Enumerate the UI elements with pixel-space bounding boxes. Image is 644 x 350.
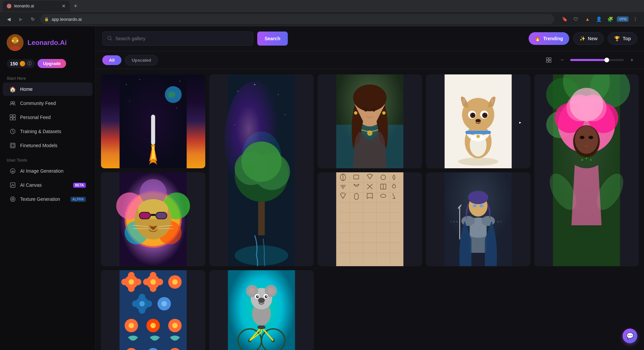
top-filter-btn[interactable]: 🏆 Top <box>608 32 637 45</box>
overlay-edit-btn-7[interactable]: ✏ <box>334 176 345 186</box>
search-button[interactable]: Search <box>257 32 288 46</box>
overlay-edit-btn-9[interactable]: ✏ <box>118 274 128 284</box>
logo-text: Leonardo.Ai <box>28 39 67 46</box>
overlay-edit-btn-6[interactable]: ✏ <box>118 176 128 186</box>
new-label: New <box>588 36 598 41</box>
overlay-grid-btn-5[interactable]: ⊞ <box>538 78 548 89</box>
shield-btn[interactable]: 🛡 <box>571 14 581 24</box>
trending-filter-btn[interactable]: 🔥 Trending <box>529 32 569 45</box>
overlay-grid-btn-1[interactable]: ⊞ <box>104 78 115 89</box>
svg-rect-11 <box>10 143 15 148</box>
sidebar-item-ai-canvas-label: AI Canvas <box>20 182 42 188</box>
sidebar-item-community-label: Community Feed <box>20 101 56 106</box>
sidebar-item-texture-gen[interactable]: Texture Generation ALPHA <box>3 192 93 206</box>
profile-btn[interactable]: 👤 <box>594 14 603 24</box>
overlay-expand-btn-6[interactable]: ⛶ <box>131 176 142 186</box>
overlay-expand-btn-2[interactable]: ⛶ <box>239 78 250 89</box>
active-tab[interactable]: leonardo.ai ✕ <box>3 1 70 11</box>
sidebar-item-personal-feed[interactable]: Personal Feed <box>3 111 93 124</box>
grid-view-btn[interactable] <box>543 55 554 65</box>
svg-point-18 <box>12 199 13 199</box>
overlay-expand-btn-4[interactable]: ⛶ <box>456 78 467 89</box>
size-decrease-btn[interactable]: − <box>557 55 568 65</box>
overlay-grid-btn-10[interactable]: ⊞ <box>213 274 223 284</box>
overlay-expand-btn-3[interactable]: ⛶ <box>348 78 359 89</box>
gallery-item-7[interactable]: ⊞ ✏ ⛶ <box>318 172 422 266</box>
overlay-grid-btn-7[interactable]: ⊞ <box>321 176 332 186</box>
tab-all-btn[interactable]: All <box>102 55 121 65</box>
credits-coin-icon <box>20 61 25 66</box>
search-box <box>102 32 253 46</box>
reload-btn[interactable]: ↻ <box>28 14 38 24</box>
sidebar-item-ai-image-gen[interactable]: AI Image Generation <box>3 164 93 178</box>
trophy-icon: 🏆 <box>614 36 620 41</box>
gallery-item-9[interactable]: ⊞ ✏ <box>101 270 205 350</box>
overlay-edit-btn-1[interactable]: ✏ <box>118 78 128 89</box>
svg-point-2 <box>12 40 14 42</box>
gallery-item-4[interactable]: ⊞ ✏ ⛶ <box>426 74 530 168</box>
overlay-grid-btn-4[interactable]: ⊞ <box>429 78 440 89</box>
overlay-edit-btn-4[interactable]: ✏ <box>443 78 453 89</box>
texture-gen-icon <box>9 196 16 202</box>
size-slider[interactable] <box>570 59 624 61</box>
overlay-expand-btn-1[interactable]: ⛶ <box>131 78 142 89</box>
sidebar-item-community-feed[interactable]: Community Feed <box>3 97 93 110</box>
gallery-item-2[interactable]: ⊞ ✏ ⛶ <box>209 74 314 266</box>
logo-area: Leonardo.Ai <box>0 32 95 58</box>
ai-image-gen-icon <box>9 168 16 174</box>
vpn-badge[interactable]: VPN <box>617 16 629 22</box>
svg-rect-6 <box>10 115 12 117</box>
svg-rect-20 <box>546 58 548 60</box>
user-tools-label: User Tools <box>0 155 95 164</box>
notification-bubble[interactable]: 💬 <box>623 329 637 343</box>
gallery-item-3[interactable]: ⊞ ✏ ⛶ <box>318 74 422 168</box>
tab-title: leonardo.ai <box>14 4 34 8</box>
address-bar[interactable]: 🔒 app.leonardo.ai <box>40 14 554 24</box>
gallery-item-10[interactable]: ⊞ ✏ <box>209 270 314 350</box>
gallery-grid-wrapper: ⊞ ✏ ⛶ <box>96 69 644 350</box>
tab-close-btn[interactable]: ✕ <box>62 3 66 9</box>
gallery-item-6[interactable]: ⊞ ✏ ⛶ <box>101 172 205 266</box>
overlay-expand-btn-7[interactable]: ⛶ <box>348 176 359 186</box>
personal-feed-icon <box>9 114 16 121</box>
extensions-btn[interactable]: 🧩 <box>605 14 615 24</box>
upgrade-button[interactable]: Upgrade <box>38 59 66 68</box>
overlay-grid-btn-8[interactable]: ⊞ <box>429 176 440 186</box>
community-feed-icon <box>9 100 16 107</box>
overlay-edit-btn-2[interactable]: ✏ <box>226 78 237 89</box>
sidebar-item-training[interactable]: Training & Datasets <box>3 125 93 138</box>
size-increase-btn[interactable]: + <box>627 55 637 65</box>
tab-upscaled-btn[interactable]: Upscaled <box>125 55 158 65</box>
sidebar-item-home[interactable]: 🏠 Home <box>3 82 93 96</box>
search-input[interactable] <box>115 36 248 41</box>
overlay-expand-btn-8[interactable]: ⛶ <box>456 176 467 186</box>
sidebar-item-ai-canvas[interactable]: AI Canvas BETA <box>3 178 93 192</box>
gallery-header: Search 🔥 Trending ✨ New 🏆 Top <box>96 26 644 51</box>
overlay-edit-btn-3[interactable]: ✏ <box>334 78 345 89</box>
search-icon <box>107 36 112 42</box>
grid-controls: − + <box>543 55 637 65</box>
triangle-btn[interactable]: ▲ <box>583 14 592 24</box>
sidebar-item-finetuned-label: Finetuned Models <box>20 143 57 148</box>
forward-btn[interactable]: ▶ <box>16 14 25 24</box>
overlay-grid-btn-9[interactable]: ⊞ <box>104 274 115 284</box>
overlay-edit-btn-10[interactable]: ✏ <box>226 274 237 284</box>
overlay-grid-btn-3[interactable]: ⊞ <box>321 78 332 89</box>
gallery-item-5[interactable]: ⊞ ✏ <box>534 74 639 266</box>
svg-rect-23 <box>549 60 551 62</box>
bookmark-btn[interactable]: 🔖 <box>560 14 569 24</box>
sparkle-icon: ✨ <box>580 36 585 41</box>
new-tab-btn[interactable]: + <box>71 3 80 10</box>
overlay-edit-btn-5[interactable]: ✏ <box>551 78 562 89</box>
menu-btn[interactable]: ⋮ <box>631 14 640 24</box>
gallery-item-8[interactable]: ✦ ⊕ ⊗ ⊕ ✦ ⊞ ✏ ⛶ <box>426 172 530 266</box>
back-btn[interactable]: ◀ <box>4 14 13 24</box>
overlay-grid-btn-6[interactable]: ⊞ <box>104 176 115 186</box>
sidebar-item-finetuned[interactable]: Finetuned Models <box>3 139 93 152</box>
alpha-badge: ALPHA <box>70 197 86 202</box>
info-icon[interactable]: ⓘ <box>27 61 32 67</box>
overlay-grid-btn-2[interactable]: ⊞ <box>213 78 223 89</box>
gallery-item-1[interactable]: ⊞ ✏ ⛶ <box>101 74 205 168</box>
overlay-edit-btn-8[interactable]: ✏ <box>443 176 453 186</box>
new-filter-btn[interactable]: ✨ New <box>573 32 604 45</box>
